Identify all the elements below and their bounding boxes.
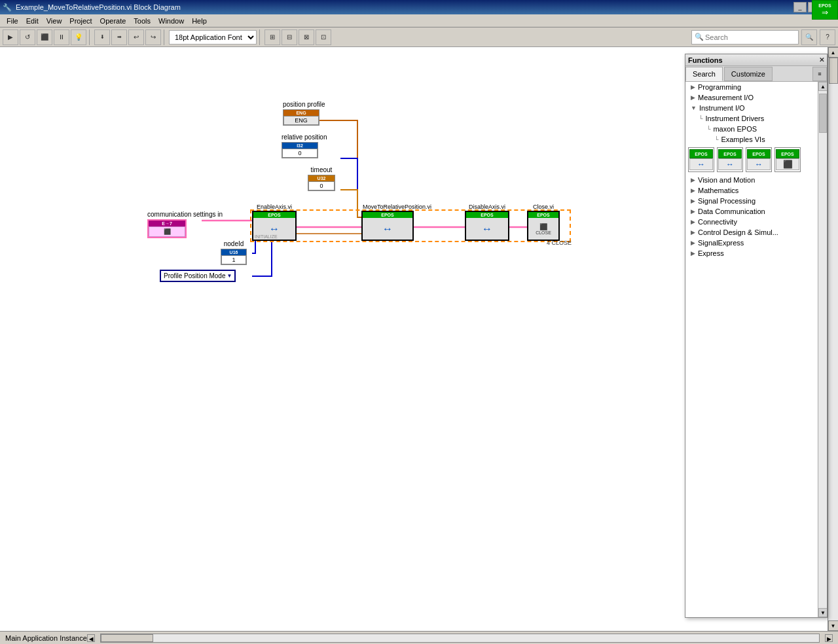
tab-customize[interactable]: Customize — [724, 67, 773, 81]
panel-scroll-thumb[interactable] — [819, 94, 827, 133]
panel-options-button[interactable]: ≡ — [812, 67, 827, 81]
minimize-button[interactable]: _ — [793, 2, 807, 12]
hscrollbar-track[interactable] — [100, 634, 820, 643]
data-communication-label: Data Communication — [698, 207, 765, 215]
menu-help[interactable]: Help — [188, 16, 211, 26]
timeout-value[interactable]: 0 — [308, 181, 335, 190]
menu-project[interactable]: Project — [65, 16, 96, 26]
panel-item-connectivity[interactable]: ▶ Connectivity — [685, 217, 818, 227]
panel-item-express[interactable]: ▶ Express — [685, 248, 818, 259]
position-profile-control[interactable]: position profile ENG ENG — [283, 101, 325, 126]
panel-item-instrument-io[interactable]: ▼ Instrument I/O — [685, 103, 818, 113]
functions-panel: Functions ✕ Search Customize ≡ ▶ Program… — [685, 54, 828, 618]
scroll-thumb[interactable] — [829, 58, 838, 84]
vi-icon-4[interactable]: EPOS ⬛ — [774, 147, 801, 172]
redo-button[interactable]: ↪ — [145, 29, 161, 45]
move-to-relative-vi[interactable]: MoveToRelativePosition.vi EPOS ↔ — [361, 211, 414, 241]
panel-item-examples-vis[interactable]: └ Examples VIs — [685, 134, 818, 145]
hscrollbar-thumb[interactable] — [101, 634, 153, 642]
main-area: position profile ENG ENG relative positi… — [0, 47, 838, 631]
panel-item-data-communication[interactable]: ▶ Data Communication — [685, 206, 818, 217]
close-vi-label: Close.vi — [528, 204, 558, 210]
vi-icon-1-epos-badge: EPOS — [689, 149, 713, 158]
panel-vscrollbar[interactable]: ▲ ▼ — [818, 82, 827, 617]
panel-item-signal-processing[interactable]: ▶ Signal Processing — [685, 196, 818, 206]
pause-button[interactable]: ⏸ — [54, 29, 69, 45]
menu-operate[interactable]: Operate — [96, 16, 130, 26]
run-button[interactable]: ▶ — [3, 29, 18, 45]
vi-icon-1[interactable]: EPOS ↔ — [688, 147, 714, 172]
run-continuously-button[interactable]: ↺ — [20, 29, 35, 45]
maxon-epos-arrow-icon: └ — [706, 126, 710, 132]
toolbar: ▶ ↺ ⬛ ⏸ 💡 ⬇ ➡ ↩ ↪ 18pt Application Font … — [0, 27, 838, 47]
epos-corner-icon[interactable]: EPOS ⇒ — [812, 0, 838, 20]
signal-processing-label: Signal Processing — [698, 197, 756, 205]
vi-icon-2-symbol: ↔ — [726, 160, 734, 169]
panel-item-vision-motion[interactable]: ▶ Vision and Motion — [685, 175, 818, 185]
relative-position-control[interactable]: relative position I32 0 — [282, 134, 327, 158]
step-into-button[interactable]: ⬇ — [94, 29, 110, 45]
tab-search[interactable]: Search — [685, 67, 723, 81]
comm-settings-value[interactable]: ⬛ — [149, 226, 185, 237]
vi-icon-2-body: ↔ — [718, 158, 742, 170]
panel-scroll-up[interactable]: ▲ — [818, 82, 827, 91]
disable-axis-vi[interactable]: DisableAxis.vi EPOS ↔ — [465, 211, 509, 241]
highlight-button[interactable]: 💡 — [71, 29, 86, 45]
panel-content: ▶ Programming ▶ Measurement I/O ▼ Instru… — [685, 82, 818, 617]
status-arrow-left[interactable]: ◄ — [87, 634, 95, 642]
nodeid-label: nodeId — [221, 240, 247, 247]
panel-title-bar: Functions ✕ — [685, 54, 827, 66]
enable-axis-vi[interactable]: EnableAxis.vi EPOS ↔ INITIALIZE — [252, 211, 297, 241]
vi-icon-4-symbol: ⬛ — [783, 160, 793, 169]
move-to-relative-epos-badge: EPOS — [363, 212, 412, 218]
search-button[interactable]: 🔍 — [801, 29, 817, 45]
reorder-button[interactable]: ⊡ — [316, 29, 331, 45]
enable-axis-arrow-icon: ↔ — [269, 223, 280, 235]
align-button[interactable]: ⊞ — [264, 29, 280, 45]
timeout-control[interactable]: timeout U32 0 — [308, 166, 335, 191]
menu-bar: File Edit View Project Operate Tools Win… — [0, 14, 838, 27]
menu-file[interactable]: File — [3, 16, 22, 26]
menu-tools[interactable]: Tools — [130, 16, 155, 26]
status-arrow-right[interactable]: ► — [825, 634, 833, 642]
scroll-up-button[interactable]: ▲ — [828, 47, 839, 58]
scroll-down-button[interactable]: ▼ — [828, 620, 839, 631]
panel-scroll-track — [818, 91, 827, 608]
panel-item-mathematics[interactable]: ▶ Mathematics — [685, 185, 818, 196]
examples-vis-arrow-icon: └ — [714, 136, 718, 143]
title-bar: 🔧 Example_MoveToRelativePosition.vi Bloc… — [0, 0, 838, 14]
nodeid-value[interactable]: 1 — [221, 255, 246, 264]
vi-icon-3[interactable]: EPOS ↔ — [746, 147, 772, 172]
instrument-drivers-arrow-icon: └ — [699, 115, 702, 122]
vi-icon-3-body: ↔ — [747, 158, 771, 170]
help-button[interactable]: ? — [820, 29, 835, 45]
undo-button[interactable]: ↩ — [128, 29, 144, 45]
search-input[interactable] — [705, 33, 795, 41]
position-profile-value[interactable]: ENG — [283, 116, 319, 125]
relative-position-value[interactable]: 0 — [282, 149, 318, 158]
panel-scroll-down[interactable]: ▼ — [818, 608, 827, 617]
disable-axis-arrow-icon: ↔ — [482, 223, 492, 235]
panel-item-control-design[interactable]: ▶ Control Design & Simul... — [685, 227, 818, 238]
panel-item-signal-express[interactable]: ▶ SignalExpress — [685, 238, 818, 248]
vi-icon-2[interactable]: EPOS ↔ — [717, 147, 743, 172]
panel-item-instrument-drivers[interactable]: └ Instrument Drivers — [685, 113, 818, 124]
profile-position-mode-enum[interactable]: Profile Position Mode ▼ — [160, 270, 236, 282]
nodeid-control[interactable]: nodeId U16 1 — [221, 240, 247, 265]
resize-button[interactable]: ⊠ — [299, 29, 314, 45]
font-selector[interactable]: 18pt Application Font — [169, 30, 257, 45]
close-vi[interactable]: Close.vi EPOS ⬛ CLOSE — [527, 211, 560, 241]
menu-view[interactable]: View — [43, 16, 66, 26]
step-over-button[interactable]: ➡ — [111, 29, 127, 45]
programming-label: Programming — [698, 83, 741, 91]
comm-settings-control[interactable]: communication settings in E→7 ⬛ — [147, 211, 223, 238]
panel-item-measurement-io[interactable]: ▶ Measurement I/O — [685, 92, 818, 103]
distribute-button[interactable]: ⊟ — [282, 29, 297, 45]
panel-item-maxon-epos[interactable]: └ maxon EPOS — [685, 124, 818, 134]
abort-button[interactable]: ⬛ — [37, 29, 52, 45]
canvas-vscrollbar[interactable]: ▲ ▼ — [828, 47, 838, 631]
menu-window[interactable]: Window — [155, 16, 188, 26]
panel-item-programming[interactable]: ▶ Programming — [685, 82, 818, 92]
panel-close-button[interactable]: ✕ — [819, 56, 824, 63]
menu-edit[interactable]: Edit — [22, 16, 43, 26]
